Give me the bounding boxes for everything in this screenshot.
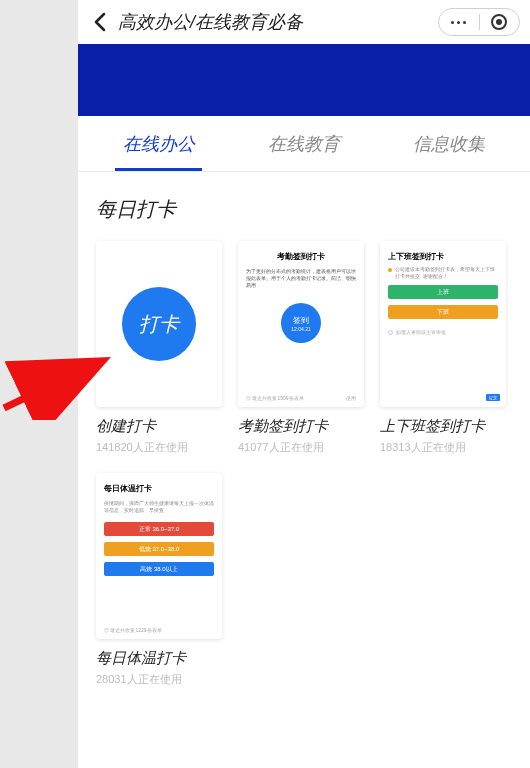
card-preview: 打卡 [96,241,222,407]
template-card[interactable]: 考勤签到打卡 为了更好的分布式的考勤统计，建表格用户可以填报此表单。用于个人的考… [238,241,364,455]
checkin-circle-icon: 打卡 [122,287,196,361]
mini-footer-left: ◎ 最近共收集1509份表单 [246,395,304,401]
mini-footer: 如需人事部或主管审批 [396,329,446,335]
page-title: 高效办公/在线教育必备 [118,10,303,34]
chevron-left-icon [93,12,107,32]
tab-online-education[interactable]: 在线教育 [231,116,376,171]
card-title: 考勤签到打卡 [238,417,364,436]
mini-button-normal: 正常 36.0~37.0 [104,522,214,536]
tab-online-office[interactable]: 在线办公 [86,116,231,171]
back-button[interactable] [86,8,114,36]
template-card[interactable]: 打卡 创建打卡 141820人正在使用 [96,241,222,455]
miniprogram-capsule [438,8,520,36]
mini-title: 上下班签到打卡 [388,251,498,262]
app-viewport: 高效办公/在线教育必备 在线办公 在线教育 信息收集 每日打卡 打卡 创建 [78,0,530,768]
capsule-menu-button[interactable] [439,9,479,35]
mini-title: 每日体温打卡 [104,483,214,494]
capsule-close-button[interactable] [480,9,520,35]
mini-note: 公司建设本考勤签到打卡表，希望每天上下班打卡并提交. 谢谢配合！ [395,266,498,279]
mini-button-off: 下班 [388,305,498,319]
target-icon [491,14,507,30]
template-card[interactable]: 每日体温打卡 疫情期间，保障广大师生健康请每天上报一次体温等信息，实时追踪、早排… [96,473,222,687]
card-usage-count: 141820人正在使用 [96,440,222,455]
card-title: 每日体温打卡 [96,649,222,668]
section-daily-checkin: 每日打卡 打卡 创建打卡 141820人正在使用 考勤签到打卡 为了更好的分布式… [78,172,530,687]
mini-footer: ◎ 最近共收集1229份表单 [104,627,162,633]
bullet-icon [388,268,392,272]
card-preview: 每日体温打卡 疫情期间，保障广大师生健康请每天上报一次体温等信息，实时追踪、早排… [96,473,222,639]
card-preview: 考勤签到打卡 为了更好的分布式的考勤统计，建表格用户可以填报此表单。用于个人的考… [238,241,364,407]
template-grid: 打卡 创建打卡 141820人正在使用 考勤签到打卡 为了更好的分布式的考勤统计… [96,241,512,687]
card-title: 上下班签到打卡 [380,417,506,436]
card-preview: 上下班签到打卡 公司建设本考勤签到打卡表，希望每天上下班打卡并提交. 谢谢配合！… [380,241,506,407]
card-title: 创建打卡 [96,417,222,436]
section-title: 每日打卡 [96,196,512,223]
mini-button-high: 高烧 38.0以上 [104,562,214,576]
card-usage-count: 18313人正在使用 [380,440,506,455]
tab-info-collection[interactable]: 信息收集 [377,116,522,171]
card-usage-count: 28031人正在使用 [96,672,222,687]
tab-bar: 在线办公 在线教育 信息收集 [78,116,530,172]
signin-circle-icon: 签到 12:04.21 [281,303,321,343]
mini-footer-right: 使用 [346,395,356,401]
template-card[interactable]: 上下班签到打卡 公司建设本考勤签到打卡表，希望每天上下班打卡并提交. 谢谢配合！… [380,241,506,455]
mini-button-low: 低烧 37.0~38.0 [104,542,214,556]
mini-desc: 为了更好的分布式的考勤统计，建表格用户可以填报此表单。用于个人的考勤打卡记录。简… [246,268,356,289]
card-usage-count: 41077人正在使用 [238,440,364,455]
hero-banner [78,44,530,116]
submit-badge: 提交 [486,394,500,401]
mini-desc: 疫情期间，保障广大师生健康请每天上报一次体温等信息，实时追踪、早排查 [104,500,214,514]
mini-title: 考勤签到打卡 [246,251,356,262]
circle-icon [388,330,393,335]
dots-icon [451,21,466,24]
mini-button-on: 上班 [388,285,498,299]
top-bar: 高效办公/在线教育必备 [78,0,530,44]
